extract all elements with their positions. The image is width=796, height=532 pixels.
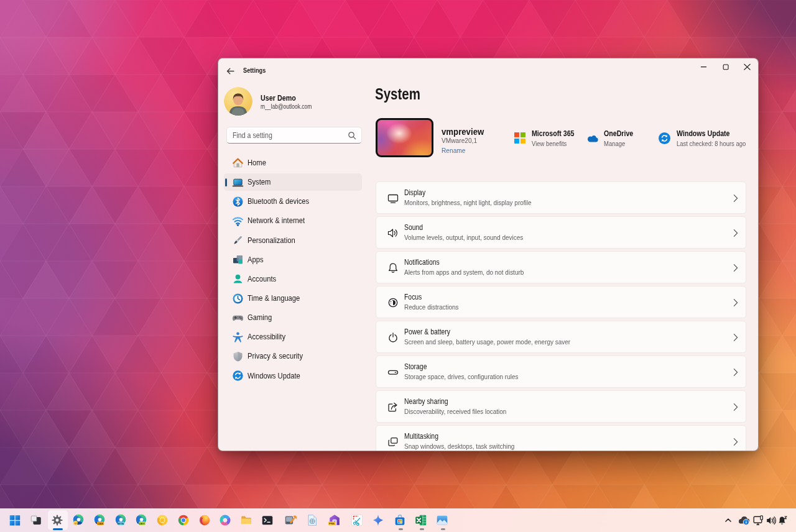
svg-text:CAN: CAN [98, 522, 103, 525]
svg-text:PRE: PRE [329, 522, 335, 525]
svg-text:DEV: DEV [139, 522, 145, 525]
svg-text:System: System [375, 87, 420, 103]
svg-text:BETA: BETA [118, 522, 124, 525]
